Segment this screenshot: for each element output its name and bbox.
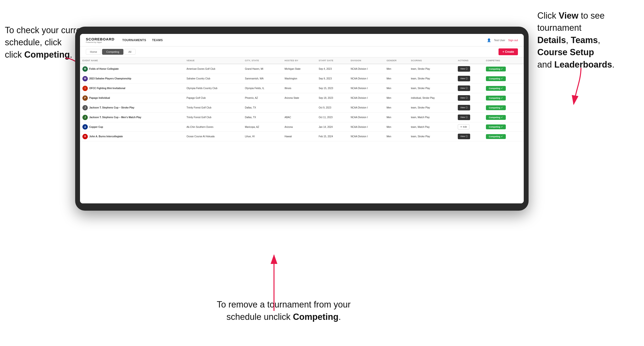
filter-bar: Home Competing All + Create [80,46,524,57]
table-row: M Folds of Honor Collegiate American Dun… [80,64,524,74]
venue-cell: Trinity Forest Golf Club [184,103,242,113]
scoring-cell: team, Match Play [408,113,456,122]
gender-cell: Men [384,93,408,103]
venue-cell: Sahalee Country Club [184,74,242,84]
tournaments-table-container: EVENT NAME VENUE CITY, STATE HOSTED BY S… [80,57,524,203]
competing-button[interactable]: Competing ✓ [486,105,506,110]
city-cell: Phoenix, AZ [242,93,282,103]
view-button[interactable]: View ⓘ [458,85,470,91]
view-button[interactable]: View ⓘ [458,76,470,81]
gender-cell: Men [384,103,408,113]
event-title: OFCC Fighting Illini Invitational [89,87,125,90]
city-cell: Grand Haven, MI [242,64,282,74]
actions-cell: View ⓘ [455,132,484,141]
event-name-cell: W 2023 Sahalee Players Championship [82,76,182,81]
brand-subtitle: Powered by clippd [86,41,114,43]
team-logo: H [82,134,88,139]
username: Test User [494,39,505,42]
view-button[interactable]: View ⓘ [458,105,470,110]
date-cell: Sep 9, 2023 [316,74,348,84]
filter-tab-competing[interactable]: Competing [102,49,123,55]
event-name-cell: I OFCC Fighting Illini Invitational [82,86,182,91]
table-header-row: EVENT NAME VENUE CITY, STATE HOSTED BY S… [80,57,524,64]
competing-button[interactable]: Competing ✓ [486,134,506,139]
scoring-cell: team, Stroke Play [408,84,456,93]
view-button[interactable]: View ⓘ [458,66,470,72]
team-logo: M [82,66,88,72]
event-name-cell: M Folds of Honor Collegiate [82,66,182,72]
event-name-cell: A Copper Cup [82,124,182,130]
filter-tab-all[interactable]: All [124,49,136,55]
tablet-screen: SCOREBOARD Powered by clippd TOURNAMENTS… [80,34,524,203]
hosted-cell [282,103,316,113]
actions-cell: View ⓘ [455,84,484,93]
col-date: START DATE [316,57,348,64]
date-cell: Sep 18, 2023 [316,93,348,103]
filter-tab-home[interactable]: Home [86,49,101,55]
date-cell: Oct 9, 2023 [316,103,348,113]
event-title: Papago Individual [89,97,110,99]
date-cell: Oct 11, 2023 [316,113,348,122]
nav-tournaments[interactable]: TOURNAMENTS [122,37,146,43]
venue-cell: American Dunes Golf Club [184,64,242,74]
nav-links: TOURNAMENTS TEAMS [122,37,487,43]
event-name-cell: J Jackson T. Stephens Cup – Men's Match … [82,115,182,120]
event-title: Jackson T. Stephens Cup – Stroke Play [89,106,134,109]
user-icon: 👤 [487,38,491,42]
signout-link[interactable]: Sign out [508,39,518,42]
event-name-cell: H John A. Burns Intercollegiate [82,134,182,139]
city-cell: Dallas, TX [242,113,282,122]
create-button[interactable]: + Create [498,48,518,55]
event-name-cell: J Jackson T. Stephens Cup – Stroke Play [82,105,182,110]
scoring-cell: individual, Stroke Play [408,93,456,103]
event-title: John A. Burns Intercollegiate [89,135,123,138]
competing-button[interactable]: Competing ✓ [486,125,506,129]
actions-cell: View ⓘ [455,113,484,122]
venue-cell: Ocean Course At Hokuala [184,132,242,141]
competing-button[interactable]: Competing ✓ [486,76,506,81]
col-gender: GENDER [384,57,408,64]
table-row: P Papago Individual Papago Golf ClubPhoe… [80,93,524,103]
competing-button[interactable]: Competing ✓ [486,67,506,71]
tournaments-table: EVENT NAME VENUE CITY, STATE HOSTED BY S… [80,57,524,141]
nav-teams[interactable]: TEAMS [152,37,163,43]
table-row: J Jackson T. Stephens Cup – Men's Match … [80,113,524,122]
hosted-cell: Illinois [282,84,316,93]
arrow-right-to-view [562,65,591,109]
scoring-cell: team, Match Play [408,122,456,132]
competing-cell: Competing ✓ [484,113,524,122]
view-button[interactable]: View ⓘ [458,115,470,120]
team-logo: J [82,105,88,110]
edit-button[interactable]: ✏ Edit [458,124,470,130]
table-row: J Jackson T. Stephens Cup – Stroke Play … [80,103,524,113]
event-title: Copper Cup [89,126,103,128]
col-city: CITY, STATE [242,57,282,64]
view-button[interactable]: View ⓘ [458,134,470,139]
actions-cell: ✏ Edit [455,122,484,132]
city-cell: Dallas, TX [242,103,282,113]
team-logo: W [82,76,88,81]
col-event-name: EVENT NAME [80,57,184,64]
team-logo: A [82,124,88,130]
team-logo: J [82,115,88,120]
view-button[interactable]: View ⓘ [458,95,470,101]
col-hosted: HOSTED BY [282,57,316,64]
actions-cell: View ⓘ [455,93,484,103]
competing-cell: Competing ✓ [484,132,524,141]
event-name-cell: P Papago Individual [82,95,182,101]
col-competing: COMPETING [484,57,524,64]
team-logo: P [82,95,88,101]
right-annotation: Click View to see tournament Details, Te… [537,10,639,71]
gender-cell: Men [384,74,408,84]
competing-cell: Competing ✓ [484,103,524,113]
city-cell: Olympia Fields, IL [242,84,282,93]
city-cell: Maricopa, AZ [242,122,282,132]
division-cell: NCAA Division I [348,113,384,122]
table-row: H John A. Burns Intercollegiate Ocean Co… [80,132,524,141]
actions-cell: View ⓘ [455,74,484,84]
hosted-cell: Arizona [282,122,316,132]
competing-button[interactable]: Competing ✓ [486,86,506,91]
competing-button[interactable]: Competing ✓ [486,115,506,120]
division-cell: NCAA Division I [348,103,384,113]
competing-button[interactable]: Competing ✓ [486,96,506,101]
